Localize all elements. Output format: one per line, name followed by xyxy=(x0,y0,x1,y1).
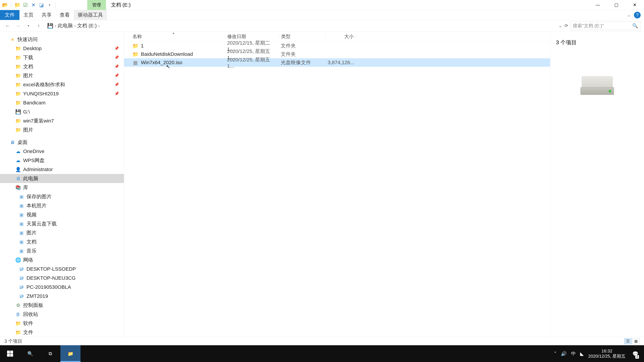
help-icon[interactable]: ? xyxy=(634,12,641,18)
tree-item[interactable]: 🖥此电脑 xyxy=(0,174,124,183)
column-type[interactable]: 类型 xyxy=(279,31,326,41)
tree-item-label: ZMT2019 xyxy=(26,293,48,299)
search-icon[interactable]: 🔍 xyxy=(632,23,638,28)
tree-item[interactable]: ▣保存的图片 xyxy=(0,192,124,201)
maximize-button[interactable]: ▢ xyxy=(607,0,626,10)
tree-item[interactable]: 📁win7重装win7 xyxy=(0,116,124,125)
ribbon-collapse-icon[interactable]: ⌄ xyxy=(627,13,630,17)
pin-icon: 📌 xyxy=(114,64,119,69)
tree-network[interactable]: 🌐 网络 xyxy=(0,255,124,265)
tree-item[interactable]: ▣天翼云盘下载 xyxy=(0,219,124,228)
ime-indicator[interactable]: 中 xyxy=(571,351,576,357)
column-size[interactable]: 大小 xyxy=(326,31,356,41)
breadcrumb-sep: › xyxy=(54,23,57,29)
nav-back-button[interactable]: ← xyxy=(3,22,12,30)
tray-app-icon[interactable]: ◣ xyxy=(580,351,584,357)
tree-item[interactable]: ⚙控制面板 xyxy=(0,301,124,310)
properties-icon[interactable]: ☑ xyxy=(22,2,29,8)
cloud-icon: ☁ xyxy=(15,148,21,154)
tree-item[interactable]: ▣文档 xyxy=(0,237,124,246)
ribbon-tab-file[interactable]: 文件 xyxy=(0,10,20,20)
open-folder-icon[interactable]: 📁 xyxy=(14,2,21,8)
taskbar-explorer[interactable]: 📁 xyxy=(60,345,80,362)
file-row[interactable]: 📁BaiduNetdiskDownload 2020/12/25, 星期五 1.… xyxy=(124,50,550,58)
ribbon-tab-share[interactable]: 共享 xyxy=(38,10,56,20)
folder-icon: 📁 xyxy=(132,43,138,49)
tree-desktop[interactable]: 🖥 桌面 xyxy=(0,138,124,147)
volume-icon[interactable]: 🔊 xyxy=(561,351,567,357)
star-icon: ★ xyxy=(10,36,16,42)
tree-item[interactable]: 📁YUNQISHI2019📌 xyxy=(0,89,124,98)
drive-thumbnail xyxy=(580,76,614,95)
tree-item[interactable]: 📁Bandicam xyxy=(0,98,124,107)
close-button[interactable]: ✕ xyxy=(626,0,644,10)
refresh-icon[interactable]: ⟳ xyxy=(564,23,568,28)
ribbon-tab-view[interactable]: 查看 xyxy=(56,10,74,20)
tree-item[interactable]: 🗑回收站 xyxy=(0,310,124,319)
ribbon-tab-home[interactable]: 主页 xyxy=(20,10,38,20)
tree-item-label: PC-20190530OBLA xyxy=(26,284,71,290)
tree-item-label: excel表格制作求和 xyxy=(23,81,65,88)
ribbon-context-tab-manage[interactable]: 管理 xyxy=(87,0,106,10)
close-icon[interactable]: ✕ xyxy=(30,2,37,8)
tree-item[interactable]: ▣视频 xyxy=(0,210,124,219)
app-icon: 📂 xyxy=(2,2,8,8)
tray-overflow-icon[interactable]: ˄ xyxy=(554,351,556,357)
minimize-button[interactable]: — xyxy=(589,0,607,10)
tree-item[interactable]: ☁OneDrive xyxy=(0,147,124,156)
new-icon[interactable]: ◪ xyxy=(38,2,45,8)
tree-item-label: 软件 xyxy=(23,320,33,327)
breadcrumb-location[interactable]: 文档 (E:) xyxy=(77,22,97,29)
view-details-button[interactable]: ☰ xyxy=(624,338,632,344)
address-dropdown-icon[interactable]: ⌄ xyxy=(558,23,562,28)
file-name: Win7x64_2020.iso xyxy=(141,60,182,65)
tree-item[interactable]: 📁Desktop📌 xyxy=(0,44,124,53)
main-content: ★ 快速访问 📁Desktop📌📁下载📌📁文档📌📁图片📌📁excel表格制作求和… xyxy=(0,31,644,337)
tree-item[interactable]: 🖳DESKTOP-NJEU3CG xyxy=(0,274,124,283)
search-input[interactable]: 搜索"文档 (E:)" 🔍 xyxy=(570,22,641,30)
breadcrumb-this-pc[interactable]: 此电脑 xyxy=(58,22,73,29)
column-name[interactable]: 名称 ▴ xyxy=(124,31,225,41)
action-center-button[interactable]: 💬 3 xyxy=(630,345,641,362)
tree-item[interactable]: 📁图片 xyxy=(0,125,124,134)
tree-item[interactable]: 📁软件 xyxy=(0,319,124,328)
tree-item[interactable]: ☁WPS网盘 xyxy=(0,156,124,165)
column-headers: 名称 ▴ 修改日期 类型 大小 xyxy=(124,31,550,41)
tree-item[interactable]: 📁下载📌 xyxy=(0,53,124,62)
tree-item[interactable]: 📁文件 xyxy=(0,328,124,337)
tree-item[interactable]: ▣图片 xyxy=(0,228,124,237)
nav-forward-button[interactable]: → xyxy=(14,22,22,30)
nav-up-button[interactable]: ↑ xyxy=(34,22,43,30)
tree-item[interactable]: ▣本机照片 xyxy=(0,201,124,210)
ribbon-tab-drive-tools[interactable]: 驱动器工具 xyxy=(74,10,107,20)
tree-item[interactable]: 📁图片📌 xyxy=(0,71,124,80)
network-icon: 🌐 xyxy=(15,257,21,263)
tree-item-label: 此电脑 xyxy=(23,175,38,182)
file-list[interactable]: 名称 ▴ 修改日期 类型 大小 📁1 2020/12/15, 星期二 1... … xyxy=(124,31,550,337)
breadcrumb[interactable]: 💾 › 此电脑 › 文档 (E:) › xyxy=(45,22,556,30)
tree-item[interactable]: 📁文档📌 xyxy=(0,62,124,71)
tree-item[interactable]: ▣音乐 xyxy=(0,246,124,255)
tree-item[interactable]: 🖳DESKTOP-LSSOEDP xyxy=(0,265,124,274)
tree-quick-access[interactable]: ★ 快速访问 xyxy=(0,35,124,44)
view-icons-button[interactable]: ▦ xyxy=(632,338,640,344)
tree-item[interactable]: 👤Administrator xyxy=(0,165,124,174)
qat-dropdown-icon[interactable]: ▾ xyxy=(46,2,53,8)
tree-item[interactable]: 💾G:\ xyxy=(0,107,124,116)
tree-label: 快速访问 xyxy=(18,36,38,43)
nav-history-dropdown[interactable]: ▾ xyxy=(24,22,32,30)
file-type: 文件夹 xyxy=(278,51,325,58)
start-button[interactable] xyxy=(0,345,20,362)
folder-icon: 📁 xyxy=(15,118,21,124)
file-row[interactable]: 📁1 2020/12/15, 星期二 1... 文件夹 xyxy=(124,41,550,50)
search-button[interactable]: 🔍 xyxy=(20,345,40,362)
window-title: 文档 (E:) xyxy=(106,1,136,8)
navigation-tree[interactable]: ★ 快速访问 📁Desktop📌📁下载📌📁文档📌📁图片📌📁excel表格制作求和… xyxy=(0,31,124,337)
task-view-button[interactable]: ⧉ xyxy=(40,345,60,362)
tree-item[interactable]: 📁excel表格制作求和📌 xyxy=(0,80,124,89)
tree-item[interactable]: 🖳PC-20190530OBLA xyxy=(0,283,124,292)
taskbar-clock[interactable]: 16:32 2020/12/25, 星期五 xyxy=(588,349,626,359)
file-row[interactable]: ▦Win7x64_2020.iso 2020/12/25, 星期五 1... 光… xyxy=(124,58,550,67)
tree-item[interactable]: 🖳ZMT2019 xyxy=(0,292,124,301)
tree-item[interactable]: 📚库 xyxy=(0,183,124,192)
